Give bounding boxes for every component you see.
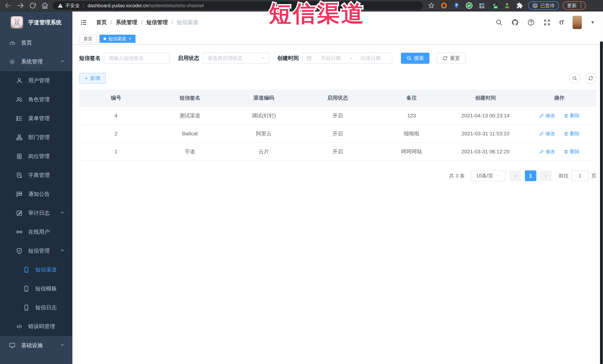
sidebar: 🐰 芋道管理系统 首页 系统管理 用户管理 角色管理 菜单管理 — [0, 11, 72, 364]
breadcrumb-home[interactable]: 首页 — [96, 19, 107, 26]
goto-page-input[interactable] — [572, 171, 588, 181]
extension-blue-pin-icon[interactable] — [453, 2, 460, 9]
page-size-select[interactable]: 10条/页 — [471, 170, 506, 181]
sidebar-item-role-management[interactable]: 角色管理 — [0, 90, 72, 109]
tab-home[interactable]: 首页 — [80, 35, 96, 43]
address-bar[interactable]: 不安全 dashboard.yudao.iocoder.cn/system/sm… — [53, 1, 423, 10]
extensions-puzzle-icon[interactable] — [516, 2, 523, 9]
security-badge[interactable]: 不安全 — [58, 2, 80, 9]
table-header-row: 编号 短信签名 渠道编码 启用状态 备注 创建时间 操作 — [79, 89, 596, 107]
browser-reload-icon[interactable] — [29, 1, 37, 10]
delete-button[interactable]: 删除 — [564, 130, 580, 137]
refresh-table-button[interactable] — [585, 73, 596, 84]
toggle-search-button[interactable] — [569, 73, 580, 84]
update-label: 更新 — [567, 2, 577, 9]
sidebar-logo[interactable]: 🐰 芋道管理系统 — [0, 11, 72, 33]
edit-button[interactable]: 修改 — [539, 112, 555, 119]
extension-green-check-icon[interactable] — [466, 2, 473, 9]
chat-bubble-icon — [16, 191, 23, 198]
extension-grid-icon[interactable] — [478, 2, 485, 9]
scrollbar-thumb[interactable] — [600, 42, 603, 364]
start-date-input[interactable]: 开始日期 — [313, 55, 348, 62]
plus-icon: + — [85, 76, 88, 81]
add-button[interactable]: + 新增 — [79, 73, 106, 84]
bookmark-star-icon[interactable] — [428, 2, 435, 9]
edit-button[interactable]: 修改 — [539, 130, 555, 137]
page-scrollbar[interactable] — [600, 11, 603, 364]
reset-button-label: 重置 — [450, 55, 460, 62]
avatar-caret-icon[interactable]: ▼ — [590, 20, 595, 25]
sidebar-item-infrastructure[interactable]: 基础设施 — [0, 336, 72, 355]
calendar-icon — [306, 55, 312, 61]
sidebar-item-sms-log[interactable]: 短信日志 — [0, 298, 72, 317]
cell-actions: 修改 删除 — [522, 130, 596, 137]
cell-signature: Ballcat — [153, 131, 227, 137]
sidebar-item-sms-management[interactable]: 短信管理 — [0, 242, 72, 260]
signature-input-wrapper — [104, 53, 170, 64]
search-button[interactable]: 搜索 — [401, 53, 429, 64]
page-1-button[interactable]: 1 — [525, 170, 536, 181]
end-date-input[interactable]: 结束日期 — [353, 55, 388, 62]
avatar[interactable] — [573, 16, 582, 29]
font-size-icon[interactable]: tT — [559, 19, 564, 26]
col-actions: 操作 — [522, 94, 596, 101]
trash-icon — [564, 149, 568, 154]
sidebar-item-notice-management[interactable]: 通知公告 — [0, 185, 72, 204]
tab-sms-channel[interactable]: 短信渠道 × — [99, 35, 136, 43]
cell-actions: 修改 删除 — [522, 148, 596, 155]
browser-update-button[interactable]: 更新 — [563, 1, 586, 10]
sidebar-item-label: 错误码管理 — [28, 323, 55, 330]
status-select[interactable]: 请选择启用状态 — [203, 53, 269, 64]
delete-button[interactable]: 删除 — [564, 112, 580, 119]
cell-code: 调试(钉钉) — [227, 112, 301, 119]
help-icon[interactable] — [527, 19, 535, 26]
system-submenu: 用户管理 角色管理 菜单管理 部门管理 岗位管理 字典管理 — [0, 71, 72, 336]
users-icon — [16, 96, 23, 103]
github-icon[interactable] — [511, 19, 519, 26]
sidebar-item-home[interactable]: 首页 — [0, 33, 72, 52]
close-tab-icon[interactable]: × — [129, 36, 131, 41]
edit-button[interactable]: 修改 — [539, 148, 555, 155]
profile-paused-badge[interactable]: 😄 已暂停 — [528, 1, 559, 10]
dashboard-icon — [9, 40, 16, 46]
extension-cluster: on — [428, 2, 523, 9]
table-row: 1 芋道 云片 开启 呵呵呵哒 2021-03-31 06:12:20 修改 删… — [79, 143, 596, 161]
next-page-button[interactable]: › — [540, 170, 552, 181]
collapse-menu-icon[interactable] — [80, 18, 88, 26]
breadcrumb-separator: / — [141, 20, 142, 26]
browser-back-icon[interactable] — [4, 1, 12, 10]
edit-icon — [539, 131, 544, 136]
signature-input[interactable] — [109, 55, 165, 61]
search-icon[interactable] — [495, 19, 503, 26]
signal-icon — [16, 229, 23, 235]
sidebar-item-online-users[interactable]: 在线用户 — [0, 222, 72, 242]
browser-forward-icon[interactable] — [16, 1, 24, 10]
edit-icon — [539, 149, 544, 154]
sidebar-item-label: 短信模板 — [35, 285, 57, 292]
sidebar-item-post-management[interactable]: 岗位管理 — [0, 147, 72, 166]
breadcrumb-sms[interactable]: 短信管理 — [146, 19, 168, 26]
phone-icon — [23, 266, 30, 273]
extension-orange-ring-icon[interactable] — [441, 2, 447, 9]
browser-home-icon[interactable] — [41, 1, 49, 10]
sidebar-item-dict-management[interactable]: 字典管理 — [0, 166, 72, 185]
extension-list-on-icon[interactable]: on — [491, 2, 498, 9]
date-range-picker[interactable]: 开始日期 - 结束日期 — [302, 53, 392, 64]
sidebar-item-sms-channel[interactable]: 短信渠道 — [0, 260, 72, 279]
sidebar-item-sms-template[interactable]: 短信模板 — [0, 279, 72, 298]
sidebar-item-user-management[interactable]: 用户管理 — [0, 71, 72, 90]
fullscreen-icon[interactable] — [543, 19, 551, 26]
prev-page-button[interactable]: ‹ — [510, 170, 521, 181]
browser-menu-icon[interactable] — [580, 3, 581, 8]
sidebar-item-audit-log[interactable]: 审计日志 — [0, 204, 72, 222]
sidebar-item-system[interactable]: 系统管理 — [0, 52, 72, 71]
reset-button[interactable]: 重置 — [437, 53, 466, 64]
delete-button[interactable]: 删除 — [564, 148, 580, 155]
phone-icon — [23, 285, 30, 292]
goto-input-wrapper — [572, 170, 588, 181]
extension-person-icon[interactable] — [504, 2, 510, 9]
breadcrumb-system[interactable]: 系统管理 — [116, 19, 137, 26]
sidebar-item-dept-management[interactable]: 部门管理 — [0, 128, 72, 147]
sidebar-item-error-code[interactable]: 错误码管理 — [0, 317, 72, 336]
sidebar-item-menu-management[interactable]: 菜单管理 — [0, 109, 72, 128]
